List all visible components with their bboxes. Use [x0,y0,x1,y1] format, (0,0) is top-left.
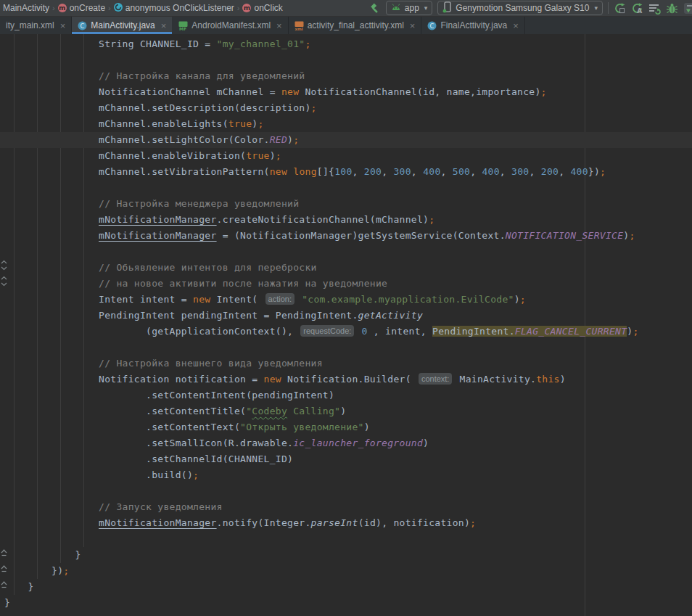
code-line[interactable]: } [0,547,692,563]
android-studio-window: MainActivity›monCreate›anonymous OnClick… [0,0,692,616]
tab-androidmanifest-xml[interactable]: MFAndroidManifest.xml× [173,17,288,34]
code-line[interactable]: String CHANNEL_ID = "my_channel_01"; [0,36,692,52]
code-line[interactable]: // Настройка внешнего вида уведомления [0,356,692,371]
anonymous-class-icon [114,3,123,14]
device-select[interactable]: Genymotion Samsung Galaxy S10 ▾ [437,1,603,15]
fold-marker-icon[interactable] [1,579,7,593]
inlay-hint: requestCode: [300,325,354,337]
code-line[interactable] [0,340,692,356]
navigation-bar: MainActivity›monCreate›anonymous OnClick… [0,0,692,17]
tab-label: AndroidManifest.xml [191,20,271,30]
method-icon: m [242,4,251,12]
tab-mainactivity-java[interactable]: CMainActivity.java× [72,17,173,34]
code-line[interactable] [0,483,692,499]
tab-label: MainActivity.java [91,20,155,30]
tab-finalacttivity-java[interactable]: CFinalActtivity.java× [421,17,524,34]
svg-text:xml: xml [294,26,302,30]
breadcrumb-item-onclick[interactable]: monClick [242,3,282,13]
code-editor: String CHANNEL_ID = "my_channel_01"; // … [0,34,692,616]
breadcrumb-separator: › [237,4,240,12]
build-hammer-icon[interactable] [368,2,381,15]
code-line[interactable]: .setContentIntent(pendingIntent) [0,387,692,403]
breadcrumb-separator: › [108,4,111,12]
close-icon[interactable]: × [161,21,167,30]
android-icon [391,3,401,13]
tab-ity-main-xml[interactable]: ity_main.xml× [0,17,72,34]
code-line[interactable]: mChannel.enableVibration(true); [0,148,692,164]
inlay-hint: context: [419,373,453,385]
run-config-label: app [405,3,419,13]
code-line[interactable]: mNotificationManager.notify(Integer.pars… [0,515,692,531]
code-line[interactable]: } [0,595,692,611]
debug-icon[interactable] [666,2,678,15]
fold-marker-icon[interactable] [1,563,7,577]
code-line[interactable]: // Настройка менеджера уведомлений [0,196,692,212]
inlay-hint: action: [265,293,294,305]
svg-text:C: C [430,22,434,29]
svg-text:MF: MF [179,25,186,30]
code-line[interactable]: mChannel.setDescription(description); [0,100,692,116]
run-config-select[interactable]: app ▾ [386,1,433,15]
code-line[interactable] [0,244,692,260]
breadcrumb-label: anonymous OnClickListener [125,3,234,13]
fold-marker-icon[interactable] [1,547,7,561]
tab-label: FinalActtivity.java [440,20,507,30]
fold-marker-icon[interactable] [1,260,7,274]
code-line[interactable]: mChannel.setVibrationPattern(new long[]{… [0,164,692,180]
code-line[interactable]: .setContentText("Открыть уведомление") [0,419,692,435]
code-line[interactable]: // на новое активити после нажатия на ув… [0,276,692,292]
breadcrumb-item-anonymous-onclicklistener[interactable]: anonymous OnClickListener [114,3,234,14]
code-line[interactable]: PendingIntent pendingIntent = PendingInt… [0,308,692,324]
code-line[interactable]: mNotificationManager.createNotificationC… [0,212,692,228]
svg-text:C: C [81,22,85,29]
xml-file-icon: xml [294,21,304,30]
breadcrumb: MainActivity›monCreate›anonymous OnClick… [0,3,283,14]
close-icon[interactable]: × [60,21,66,30]
profile-icon[interactable] [683,2,692,15]
toolbar-separator [608,2,609,14]
java-class-icon: C [427,21,437,30]
tab-label: activity_final_acttivity.xml [308,20,404,30]
method-icon: m [58,4,67,12]
code-line[interactable]: .setContentTitle("Codeby Calling") [0,403,692,419]
code-line[interactable]: Notification notification = new Notifica… [0,371,692,387]
breadcrumb-label: onClick [254,3,282,13]
tab-activity-final-acttivity-xml[interactable]: xmlactivity_final_acttivity.xml× [289,17,422,34]
code-line[interactable]: mChannel.enableLights(true); [0,116,692,132]
apply-changes-icon[interactable] [614,2,626,15]
code-line[interactable] [0,52,692,68]
code-line[interactable]: mChannel.setLightColor(Color.RED); [0,132,692,148]
close-icon[interactable]: × [410,21,416,30]
code-line[interactable]: .build(); [0,467,692,483]
code-line[interactable]: } [0,579,692,595]
code-line[interactable]: }); [0,563,692,579]
code-area[interactable]: String CHANNEL_ID = "my_channel_01"; // … [0,34,692,611]
breadcrumb-separator: › [52,4,55,12]
breadcrumb-label: onCreate [70,3,105,13]
code-line[interactable]: Intent intent = new Intent( action: "com… [0,292,692,308]
java-class-icon: C [78,21,87,30]
close-icon[interactable]: × [276,21,282,30]
device-phone-icon [442,1,452,15]
editor-tabs: ity_main.xml×CMainActivity.java×MFAndroi… [0,17,692,34]
chevron-down-icon: ▾ [424,4,428,12]
device-label: Genymotion Samsung Galaxy S10 [456,3,589,13]
code-line[interactable]: // Обьявление интентов для переброски [0,260,692,276]
code-line[interactable]: .setSmallIcon(R.drawable.ic_launcher_for… [0,435,692,451]
code-line[interactable] [0,531,692,547]
run-tasks-icon[interactable] [648,2,661,15]
breadcrumb-item-oncreate[interactable]: monCreate [58,3,105,13]
breadcrumb-item-mainactivity[interactable]: MainActivity [3,3,49,13]
close-icon[interactable]: × [513,21,519,30]
code-line[interactable]: mNotificationManager = (NotificationMana… [0,228,692,244]
code-line[interactable]: // Настройка канала для уведомлений [0,68,692,84]
code-line[interactable]: NotificationChannel mChannel = new Notif… [0,84,692,100]
code-line[interactable] [0,180,692,196]
run-toolbar: app ▾ Genymotion Samsung Galaxy S10 ▾ [368,1,692,15]
code-line[interactable]: .setChannelId(CHANNEL_ID) [0,451,692,467]
code-line[interactable]: (getApplicationContext(), requestCode: 0… [0,324,692,340]
code-line[interactable]: // Запуск уведомления [0,499,692,515]
fold-marker-icon[interactable] [1,276,7,289]
breadcrumb-label: MainActivity [3,3,49,13]
apply-code-changes-icon[interactable]: A [631,2,643,15]
